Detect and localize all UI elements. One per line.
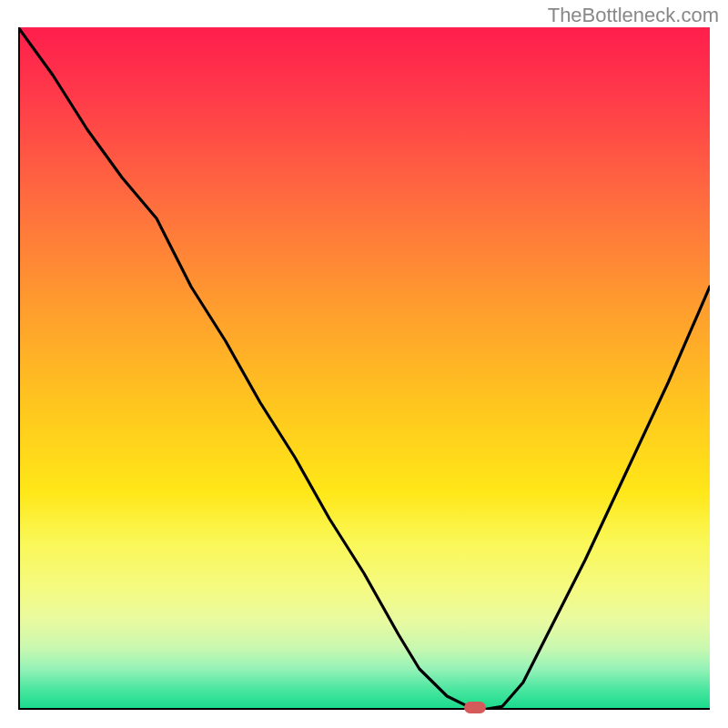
plot-gradient-background (18, 27, 710, 710)
bottleneck-chart: TheBottleneck.com (0, 0, 728, 728)
optimal-marker-icon (464, 702, 486, 713)
watermark-text: TheBottleneck.com (548, 4, 719, 27)
